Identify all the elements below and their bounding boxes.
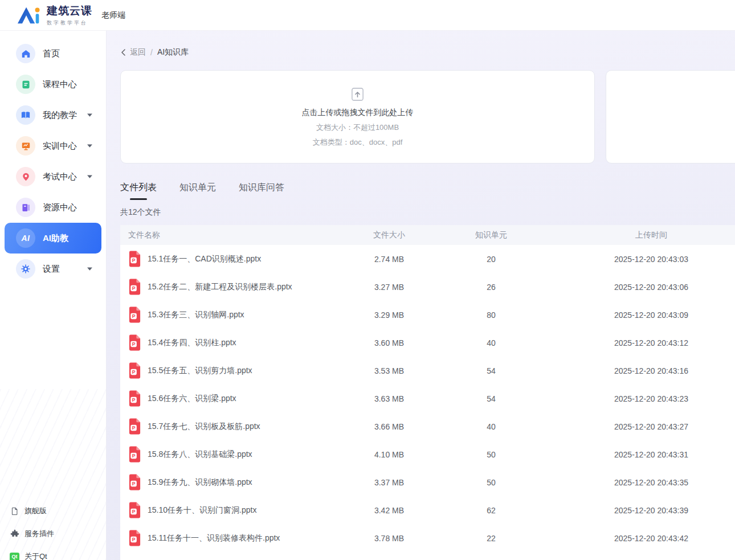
table-row[interactable]: P 15.9任务九、识别砌体墙.pptx 3.37 MB 50 2025-12-… xyxy=(120,468,735,496)
svg-text:P: P xyxy=(132,537,136,542)
upload-instruction: 点击上传或拖拽文件到此处上传 xyxy=(302,108,414,118)
upload-time: 2025-12-20 20:43:06 xyxy=(550,283,735,292)
table-row[interactable]: P 15.11任务十一、识别装修表构件.pptx 3.78 MB 22 2025… xyxy=(120,524,735,552)
table-row[interactable]: P 15.5任务五、识别剪力墙.pptx 3.53 MB 54 2025-12-… xyxy=(120,357,735,385)
pptx-file-icon: P xyxy=(128,390,141,407)
file-table: 文件名称 文件大小 知识单元 上传时间 P 15.1任务一、CAD识别概述.pp… xyxy=(120,225,735,552)
file-name: 15.3任务三、识别轴网.pptx xyxy=(148,310,244,320)
tab-kb-qa[interactable]: 知识库问答 xyxy=(239,182,284,202)
breadcrumb: 返回 / AI知识库 xyxy=(121,47,735,58)
file-size: 3.63 MB xyxy=(346,394,432,403)
file-size: 3.66 MB xyxy=(346,422,432,431)
knowledge-unit-count: 22 xyxy=(432,534,550,543)
sidebar-item-my-teaching[interactable]: 我的教学 xyxy=(0,100,106,130)
qt-icon: Qt xyxy=(10,552,19,560)
table-row[interactable]: P 15.2任务二、新建工程及识别楼层表.pptx 3.27 MB 26 202… xyxy=(120,273,735,301)
knowledge-unit-count: 80 xyxy=(432,310,550,320)
file-size: 3.53 MB xyxy=(346,366,432,375)
knowledge-unit-count: 40 xyxy=(432,422,550,431)
chevron-left-icon[interactable] xyxy=(121,49,125,56)
chevron-down-icon xyxy=(87,175,92,178)
table-row[interactable]: P 15.8任务八、识别基础梁.pptx 4.10 MB 50 2025-12-… xyxy=(120,440,735,468)
svg-text:P: P xyxy=(132,257,136,263)
file-name: 15.9任务九、识别砌体墙.pptx xyxy=(148,477,252,488)
upload-time: 2025-12-20 20:43:09 xyxy=(550,310,735,320)
svg-text:P: P xyxy=(132,369,136,375)
pptx-file-icon: P xyxy=(128,418,141,435)
knowledge-unit-count: 50 xyxy=(432,478,550,487)
tab-knowledge-units[interactable]: 知识单元 xyxy=(179,182,216,202)
file-name: 15.8任务八、识别基础梁.pptx xyxy=(148,449,252,460)
table-body: P 15.1任务一、CAD识别概述.pptx 2.74 MB 20 2025-1… xyxy=(120,245,735,552)
file-name: 15.1任务一、CAD识别概述.pptx xyxy=(148,254,261,264)
table-row[interactable]: P 15.6任务六、识别梁.pptx 3.63 MB 54 2025-12-20… xyxy=(120,385,735,412)
pptx-file-icon: P xyxy=(128,474,141,490)
course-icon xyxy=(16,75,35,94)
table-row[interactable]: P 15.7任务七、识别板及板筋.pptx 3.66 MB 40 2025-12… xyxy=(120,412,735,440)
knowledge-unit-count: 20 xyxy=(432,255,550,264)
chevron-down-icon xyxy=(87,113,92,117)
file-count: 共12个文件 xyxy=(120,207,735,218)
file-size: 3.42 MB xyxy=(346,506,432,515)
pptx-file-icon: P xyxy=(128,334,141,351)
sidebar-nav: 首页 课程中心 我的教学 实训中心 考试中心 资源中心 AI AI助教 设置 xyxy=(0,31,106,284)
svg-text:P: P xyxy=(132,509,136,514)
pptx-file-icon: P xyxy=(128,251,141,267)
file-name: 15.4任务四、识别柱.pptx xyxy=(148,338,236,348)
sidebar: 首页 课程中心 我的教学 实训中心 考试中心 资源中心 AI AI助教 设置 旗… xyxy=(0,31,107,560)
main-content: 返回 / AI知识库 点击上传或拖拽文件到此处上传 文档大小：不超过100MB … xyxy=(107,31,735,560)
column-header-size: 文件大小 xyxy=(346,230,432,240)
resource-icon xyxy=(16,198,35,217)
svg-text:P: P xyxy=(132,481,136,487)
column-header-time: 上传时间 xyxy=(550,230,735,240)
sidebar-item-training[interactable]: 实训中心 xyxy=(0,130,106,161)
sidebar-footer-item-flagship[interactable]: 旗舰版 xyxy=(0,500,106,522)
upload-type-hint: 文档类型：doc、docx、pdf xyxy=(313,137,403,148)
svg-text:P: P xyxy=(132,397,136,403)
table-row[interactable]: P 15.10任务十、识别门窗洞.pptx 3.42 MB 62 2025-12… xyxy=(120,496,735,524)
sidebar-item-ai-assistant[interactable]: AI AI助教 xyxy=(5,223,101,254)
file-size: 3.60 MB xyxy=(346,338,432,348)
sidebar-item-settings[interactable]: 设置 xyxy=(0,254,106,284)
role-label: 老师端 xyxy=(101,10,125,21)
upload-dropzone[interactable]: 点击上传或拖拽文件到此处上传 文档大小：不超过100MB 文档类型：doc、do… xyxy=(120,70,595,163)
side-panel-card xyxy=(606,70,735,163)
table-row[interactable]: P 15.4任务四、识别柱.pptx 3.60 MB 40 2025-12-20… xyxy=(120,329,735,357)
app-title: 建筑云课 xyxy=(47,3,92,18)
table-header: 文件名称 文件大小 知识单元 上传时间 xyxy=(120,225,735,245)
knowledge-unit-count: 54 xyxy=(432,394,550,403)
knowledge-unit-count: 54 xyxy=(432,366,550,375)
sidebar-item-courses[interactable]: 课程中心 xyxy=(0,69,106,100)
svg-text:P: P xyxy=(132,313,136,319)
upload-size-hint: 文档大小：不超过100MB xyxy=(316,122,399,133)
sidebar-footer-item-plugins[interactable]: 服务插件 xyxy=(0,522,106,545)
settings-icon xyxy=(16,259,35,279)
breadcrumb-back[interactable]: 返回 xyxy=(130,47,146,58)
topbar: 建筑云课 数字教学平台 老师端 xyxy=(0,0,735,31)
knowledge-unit-count: 40 xyxy=(432,338,550,348)
svg-text:P: P xyxy=(132,453,136,459)
file-size: 3.78 MB xyxy=(346,534,432,543)
sidebar-footer-item-about-qt[interactable]: Qt 关于Qt xyxy=(0,545,106,560)
table-row[interactable]: P 15.3任务三、识别轴网.pptx 3.29 MB 80 2025-12-2… xyxy=(120,301,735,329)
upload-time: 2025-12-20 20:43:42 xyxy=(550,534,735,543)
upload-time: 2025-12-20 20:43:03 xyxy=(550,255,735,264)
file-name: 15.10任务十、识别门窗洞.pptx xyxy=(148,505,256,516)
column-header-name: 文件名称 xyxy=(120,230,346,240)
pptx-file-icon: P xyxy=(128,530,141,546)
tab-file-list[interactable]: 文件列表 xyxy=(120,182,157,202)
exam-icon xyxy=(16,167,35,186)
svg-text:P: P xyxy=(132,425,136,431)
plugin-icon xyxy=(10,529,19,539)
pptx-file-icon: P xyxy=(128,502,141,518)
sidebar-item-home[interactable]: 首页 xyxy=(0,38,106,69)
sidebar-item-exams[interactable]: 考试中心 xyxy=(0,161,106,192)
table-row[interactable]: P 15.1任务一、CAD识别概述.pptx 2.74 MB 20 2025-1… xyxy=(120,245,735,273)
app-subtitle: 数字教学平台 xyxy=(47,19,92,27)
upload-time: 2025-12-20 20:43:12 xyxy=(550,338,735,348)
breadcrumb-separator: / xyxy=(150,48,153,57)
sidebar-item-resources[interactable]: 资源中心 xyxy=(0,192,106,223)
upload-time: 2025-12-20 20:43:16 xyxy=(550,366,735,375)
knowledge-unit-count: 62 xyxy=(432,506,550,515)
chevron-down-icon xyxy=(87,144,92,148)
